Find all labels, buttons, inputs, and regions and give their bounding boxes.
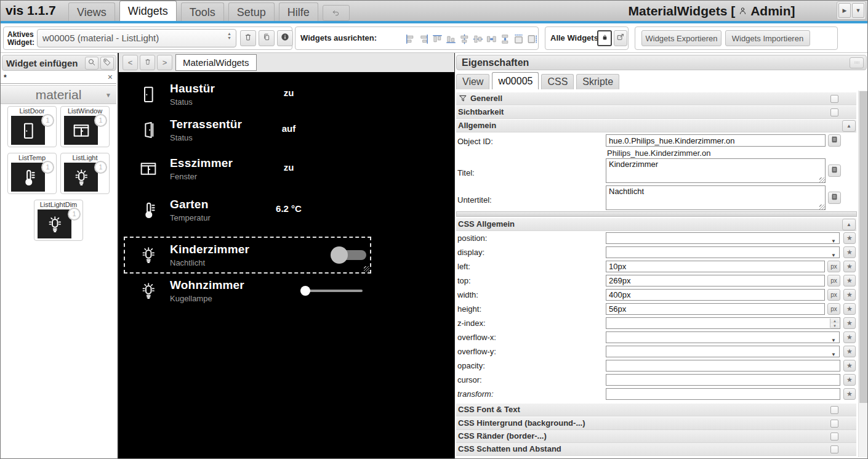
css-property-input[interactable]: [606, 303, 825, 315]
show-widgets-button[interactable]: [614, 30, 627, 46]
palette-widget-listlight[interactable]: ListLight 1: [60, 153, 110, 194]
properties-scrollbar[interactable]: [858, 91, 867, 457]
distribute-horizontal-button[interactable]: [485, 31, 497, 46]
css-property-input[interactable]: [606, 346, 840, 357]
css-property-input[interactable]: [606, 331, 840, 343]
menu-tab-setup[interactable]: Setup: [228, 2, 275, 21]
dimmer-slider[interactable]: [300, 286, 363, 296]
section-css-raender[interactable]: CSS Ränder (border-...): [456, 430, 856, 443]
menu-tab-views[interactable]: Views: [68, 2, 115, 21]
palette-search-button[interactable]: [85, 57, 98, 70]
canvas-widget-haustür[interactable]: Haustür Status zu: [125, 77, 370, 112]
px-unit-button[interactable]: px: [827, 289, 840, 301]
favorite-star-button[interactable]: [843, 331, 856, 343]
object-id-input[interactable]: [606, 134, 826, 147]
css-property-input[interactable]: [606, 275, 825, 286]
widget-info-button[interactable]: [277, 30, 293, 46]
palette-widget-listdoor[interactable]: ListDoor 1: [7, 106, 57, 147]
css-property-input[interactable]: [606, 388, 840, 400]
favorite-star-button[interactable]: [843, 289, 856, 301]
menu-tab-hilfe[interactable]: Hilfe: [279, 2, 318, 21]
titel-textarea[interactable]: Kinderzimmer: [606, 158, 826, 183]
collapse-css-allgemein-button[interactable]: [842, 219, 856, 230]
run-options-dropdown[interactable]: ▼: [852, 3, 864, 18]
favorite-star-button[interactable]: [843, 275, 856, 286]
same-width-button[interactable]: [512, 31, 524, 46]
sichtbarkeit-checkbox[interactable]: [830, 108, 838, 116]
favorite-star-button[interactable]: [843, 261, 856, 272]
section-css-hintergrund[interactable]: CSS Hintergrund (background-...): [456, 417, 856, 430]
css-property-input[interactable]: [606, 261, 825, 272]
css-hintergrund-checkbox[interactable]: [830, 420, 838, 428]
prev-view-button[interactable]: <: [123, 55, 138, 70]
properties-tab-view[interactable]: View: [456, 74, 489, 89]
favorite-star-button[interactable]: [843, 360, 856, 372]
center-vertical-button[interactable]: [458, 31, 470, 46]
panel-grip-button[interactable]: [850, 57, 864, 68]
css-input-left[interactable]: [609, 261, 822, 272]
canvas-widget-terrassentür[interactable]: Terrassentür Status auf: [125, 113, 370, 147]
css-input-top[interactable]: [609, 275, 822, 286]
lock-widgets-button[interactable]: [597, 30, 612, 46]
css-font-checkbox[interactable]: [830, 406, 838, 414]
palette-widget-listwindow[interactable]: ListWindow 1: [60, 106, 110, 147]
css-property-input[interactable]: [606, 374, 840, 386]
active-widget-select[interactable]: w00005 (material - ListLight): [37, 29, 236, 47]
css-property-input[interactable]: [606, 246, 840, 258]
px-unit-button[interactable]: px: [827, 275, 840, 286]
css-input-opacity[interactable]: [609, 360, 837, 371]
textarea-resize-grip[interactable]: [819, 177, 825, 183]
px-unit-button[interactable]: px: [827, 261, 840, 272]
favorite-star-button[interactable]: [843, 317, 856, 329]
view-tab[interactable]: MaterialWidgets: [175, 54, 257, 71]
distribute-vertical-button[interactable]: [499, 31, 511, 46]
design-canvas[interactable]: Haustür Status zu Terrassentür Status au…: [119, 72, 454, 458]
css-input-z-index[interactable]: [609, 318, 837, 328]
canvas-widget-esszimmer[interactable]: Esszimmer Fenster zu: [125, 152, 370, 186]
align-right-button[interactable]: [417, 31, 430, 46]
horizontal-divider[interactable]: [456, 211, 857, 217]
toggle-switch[interactable]: [331, 246, 366, 264]
css-raender-checkbox[interactable]: [830, 433, 838, 441]
generell-checkbox[interactable]: [830, 95, 838, 103]
widgets-import-button[interactable]: Widgets Importieren: [725, 30, 810, 46]
resize-handle[interactable]: [364, 266, 369, 272]
canvas-widget-garten[interactable]: Garten Temperatur 6.2 °C: [125, 193, 370, 227]
favorite-star-button[interactable]: [843, 374, 856, 386]
untertitel-select-button[interactable]: [828, 192, 841, 204]
section-css-allgemein[interactable]: CSS Allgemein: [456, 218, 856, 231]
menu-tab-widgets[interactable]: Widgets: [119, 1, 177, 21]
css-input-cursor[interactable]: [609, 375, 837, 385]
favorite-star-button[interactable]: [843, 303, 856, 315]
properties-tab-skripte[interactable]: Skripte: [576, 74, 619, 89]
css-property-input[interactable]: [606, 289, 825, 301]
css-input-width[interactable]: [609, 290, 822, 300]
widget-set-accordion[interactable]: material: [1, 85, 116, 104]
css-input-height[interactable]: [609, 304, 822, 314]
slider-knob[interactable]: [300, 286, 310, 296]
titel-select-button[interactable]: [828, 165, 841, 177]
palette-widget-listtemp[interactable]: ListTemp 1: [7, 153, 57, 194]
object-id-select-button[interactable]: [828, 134, 841, 147]
section-css-schatten[interactable]: CSS Schatten und Abstand: [456, 443, 856, 456]
properties-tab-css[interactable]: CSS: [541, 74, 574, 89]
section-generell[interactable]: Generell: [456, 92, 856, 105]
align-left-button[interactable]: [404, 31, 416, 46]
favorite-star-button[interactable]: [843, 246, 856, 258]
properties-tab-w00005[interactable]: w00005: [492, 72, 539, 89]
css-property-input[interactable]: [606, 317, 840, 329]
untertitel-textarea[interactable]: Nachtlicht: [606, 185, 826, 210]
palette-filter-input[interactable]: [2, 73, 101, 83]
css-input-transform[interactable]: [609, 389, 837, 399]
collapse-allgemein-button[interactable]: [842, 120, 856, 132]
menu-tab-tools[interactable]: Tools: [181, 2, 224, 21]
section-allgemein[interactable]: Allgemein: [456, 120, 856, 132]
clear-filter-icon[interactable]: [108, 72, 113, 82]
number-stepper[interactable]: [830, 319, 839, 328]
palette-tag-button[interactable]: [100, 57, 114, 70]
canvas-widget-wohnzimmer[interactable]: Wohnzimmer Kugellampe: [125, 274, 370, 308]
scrollbar-thumb[interactable]: [859, 91, 867, 403]
delete-view-button[interactable]: [140, 55, 155, 70]
center-horizontal-button[interactable]: [472, 31, 484, 46]
section-sichtbarkeit[interactable]: Sichtbarkeit: [456, 106, 856, 119]
